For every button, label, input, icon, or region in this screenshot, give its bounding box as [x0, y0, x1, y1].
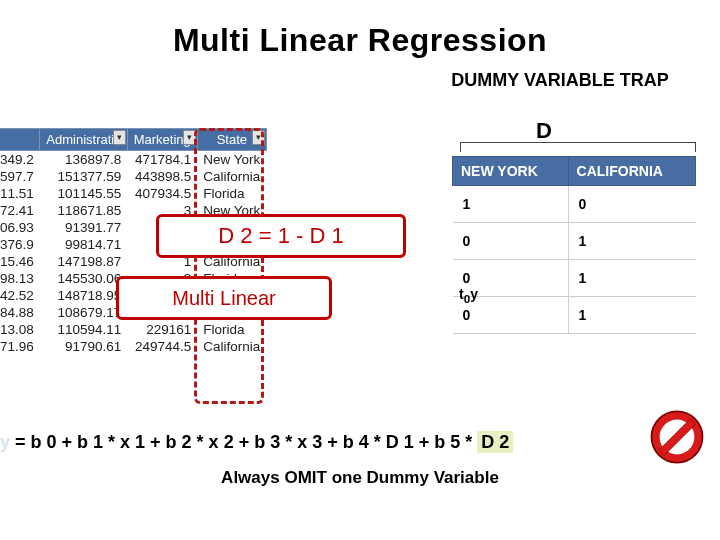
- cell: 118671.85: [40, 202, 127, 219]
- filter-dropdown-icon[interactable]: ▾: [183, 130, 196, 145]
- cell: 136897.8: [40, 151, 127, 169]
- dummy-row: 01: [453, 297, 696, 334]
- overlay-multi-linear: Multi Linear: [116, 276, 332, 320]
- cell: 376.9: [0, 236, 40, 253]
- cell: 151377.59: [40, 168, 127, 185]
- cell: California: [197, 338, 266, 355]
- column-header[interactable]: Marketing▾: [127, 129, 197, 151]
- table-row: 71.9691790.61249744.5California: [0, 338, 266, 355]
- overlay-t-label: t0y: [459, 286, 478, 305]
- dummy-header: CALIFORNIA: [568, 157, 695, 186]
- cell: 15.46: [0, 253, 40, 270]
- table-row: 597.7151377.59443898.5California: [0, 168, 266, 185]
- page-title: Multi Linear Regression: [0, 22, 720, 59]
- dummy-header: NEW YORK: [453, 157, 569, 186]
- cell: 101145.55: [40, 185, 127, 202]
- cell: 145530.06: [40, 270, 127, 287]
- column-header[interactable]: State▾: [197, 129, 266, 151]
- filter-dropdown-icon[interactable]: ▾: [113, 130, 126, 145]
- dummy-row: 01: [453, 260, 696, 297]
- cell: 110594.11: [40, 321, 127, 338]
- cell: 91790.61: [40, 338, 127, 355]
- cell: 443898.5: [127, 168, 197, 185]
- cell: 142.52: [0, 287, 40, 304]
- dummy-cell: 1: [453, 186, 569, 223]
- cell: 108679.17: [40, 304, 127, 321]
- regression-equation: y = b 0 + b 1 * x 1 + b 2 * x 2 + b 3 * …: [0, 432, 720, 453]
- dummy-cell: 0: [453, 223, 569, 260]
- cell: 249744.5: [127, 338, 197, 355]
- cell: 99814.71: [40, 236, 127, 253]
- d-bracket: [460, 142, 696, 152]
- dummy-cell: 1: [568, 297, 695, 334]
- cell: 113.08: [0, 321, 40, 338]
- cell: 407934.5: [127, 185, 197, 202]
- omit-dummy-note: Always OMIT one Dummy Variable: [0, 468, 720, 488]
- column-header-blank: [0, 129, 40, 151]
- prohibited-icon: [648, 408, 706, 466]
- column-header[interactable]: Administrativ▾: [40, 129, 127, 151]
- cell: 11.51: [0, 185, 40, 202]
- dummy-row: 01: [453, 223, 696, 260]
- d-column-label: D: [536, 118, 552, 144]
- subtitle-dummy-trap: DUMMY VARIABLE TRAP: [440, 70, 680, 91]
- cell: 584.88: [0, 304, 40, 321]
- cell: Florida: [197, 321, 266, 338]
- cell: 706.93: [0, 219, 40, 236]
- dummy-cell: 1: [568, 223, 695, 260]
- cell: 91391.77: [40, 219, 127, 236]
- cell: 349.2: [0, 151, 40, 169]
- filter-dropdown-icon[interactable]: ▾: [252, 130, 265, 145]
- cell: New York: [197, 151, 266, 169]
- dummy-cell: 0: [568, 186, 695, 223]
- cell: 229161: [127, 321, 197, 338]
- dummy-variable-table: NEW YORKCALIFORNIA 10010101: [452, 156, 696, 334]
- table-row: 113.08110594.11229161Florida: [0, 321, 266, 338]
- table-row: 349.2136897.8471784.1New York: [0, 151, 266, 169]
- cell: Florida: [197, 185, 266, 202]
- dummy-row: 10: [453, 186, 696, 223]
- cell: 471784.1: [127, 151, 197, 169]
- cell: 71.96: [0, 338, 40, 355]
- dummy-cell: 1: [568, 260, 695, 297]
- overlay-d2-equation: D 2 = 1 - D 1: [156, 214, 406, 258]
- cell: 597.7: [0, 168, 40, 185]
- table-row: 11.51101145.55407934.5Florida: [0, 185, 266, 202]
- cell: 148718.95: [40, 287, 127, 304]
- cell: 72.41: [0, 202, 40, 219]
- cell: 147198.87: [40, 253, 127, 270]
- cell: 598.13: [0, 270, 40, 287]
- cell: California: [197, 168, 266, 185]
